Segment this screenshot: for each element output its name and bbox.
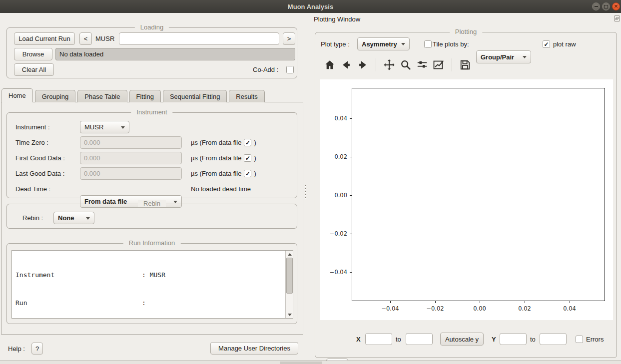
x-tick <box>435 301 436 303</box>
tile-plots-by-combobox[interactable]: Group/Pair <box>476 50 531 63</box>
titlebar: Muon Analysis ✕ <box>0 0 621 13</box>
x-to-label: to <box>396 333 401 346</box>
clear-all-button[interactable]: Clear All <box>14 63 54 76</box>
plot-canvas[interactable]: 0.04 0.02 0.00 −0.02 −0.04 −0.04 −0.02 0… <box>320 79 613 320</box>
bottom-scrollbar-thumb[interactable] <box>280 362 322 364</box>
x-tick <box>390 301 391 303</box>
y-tick-label: 0.02 <box>325 153 347 160</box>
checkmark-icon: ✓ <box>544 41 549 47</box>
y-tick-label: 0.04 <box>325 115 347 122</box>
minimize-button[interactable] <box>592 2 600 10</box>
x-tick <box>525 301 525 303</box>
bottom-scrollbar[interactable] <box>0 361 621 364</box>
last-good-data-input[interactable]: 0.000 <box>80 167 182 180</box>
last-good-from-file-checkbox[interactable]: ✓ <box>244 170 251 177</box>
y-tick-label: 0.00 <box>325 192 347 199</box>
y-from-input[interactable] <box>500 333 527 345</box>
help-button[interactable]: ? <box>31 343 43 355</box>
x-range-label: X <box>356 333 361 346</box>
save-icon[interactable] <box>459 58 472 71</box>
tab-phase-table[interactable]: Phase Table <box>77 90 127 102</box>
errors-label: Errors <box>586 333 604 346</box>
plotting-window-dock-title: Plotting Window <box>314 15 360 23</box>
scroll-down-button[interactable] <box>286 311 293 318</box>
time-zero-input[interactable]: 0.000 <box>80 136 182 149</box>
plot-type-combobox[interactable]: Asymmetry <box>357 37 410 50</box>
close-button[interactable]: ✕ <box>612 2 620 10</box>
float-dock-icon[interactable] <box>614 15 620 21</box>
subplots-icon[interactable] <box>416 58 429 71</box>
y-tick-label: −0.04 <box>325 269 347 276</box>
y-to-input[interactable] <box>540 333 567 345</box>
x-to-input[interactable] <box>406 333 433 345</box>
tab-sequential-fitting[interactable]: Sequential Fitting <box>163 90 227 102</box>
customize-icon[interactable] <box>432 58 445 71</box>
chevron-down-icon <box>121 126 125 129</box>
instrument-combobox[interactable]: MUSR <box>80 121 129 133</box>
x-tick <box>570 301 570 303</box>
tab-fitting[interactable]: Fitting <box>129 90 161 102</box>
help-label: Help : <box>8 343 25 355</box>
co-add-label: Co-Add : <box>253 63 278 76</box>
co-add-checkbox[interactable] <box>286 66 294 73</box>
tile-plots-checkbox[interactable] <box>424 40 432 48</box>
load-current-run-button[interactable]: Load Current Run <box>14 32 75 45</box>
first-good-from-file-checkbox[interactable]: ✓ <box>244 154 251 162</box>
last-good-data-label: Last Good Data : <box>15 167 64 180</box>
y-tick-label: −0.02 <box>325 230 347 237</box>
pan-icon[interactable] <box>383 58 396 71</box>
time-zero-from-file-checkbox[interactable]: ✓ <box>244 139 251 146</box>
manage-user-directories-button[interactable]: Manage User Directories <box>210 342 298 355</box>
maximize-icon <box>604 5 608 8</box>
y-to-label: to <box>530 333 536 346</box>
tab-results[interactable]: Results <box>229 90 264 102</box>
errors-checkbox[interactable] <box>576 336 583 343</box>
close-icon: ✕ <box>614 4 618 9</box>
back-icon[interactable] <box>340 58 353 71</box>
scrollbar-thumb[interactable] <box>286 258 293 294</box>
y-tick <box>350 118 352 119</box>
run-info-line: Instrument: MUSR <box>15 271 293 280</box>
last-good-unit-text: µs (From data file <box>191 170 241 177</box>
tab-bar: Home Grouping Phase Table Fitting Sequen… <box>1 88 267 102</box>
plot-raw-checkbox[interactable]: ✓ <box>543 40 550 48</box>
x-tick-label: 0.04 <box>557 305 582 312</box>
next-run-button[interactable]: > <box>283 32 295 45</box>
splitter-handle[interactable] <box>305 183 306 200</box>
x-tick <box>480 301 480 303</box>
home-icon[interactable] <box>323 58 336 71</box>
instrument-group-label: Instrument <box>131 108 172 116</box>
last-good-data-unit: µs (From data file ✓ ) <box>191 167 256 180</box>
tab-grouping[interactable]: Grouping <box>35 90 75 102</box>
time-zero-unit-close: ) <box>254 139 256 146</box>
forward-icon[interactable] <box>356 58 369 71</box>
instrument-label: Instrument : <box>15 121 50 133</box>
time-zero-unit-text: µs (From data file <box>191 139 241 146</box>
rebin-combobox[interactable]: None <box>53 212 94 224</box>
x-tick-label: −0.04 <box>378 305 403 312</box>
x-from-input[interactable] <box>365 333 392 345</box>
maximize-button[interactable] <box>602 2 610 10</box>
load-status-field: No data loaded <box>55 48 295 60</box>
run-information-textarea[interactable]: Instrument: MUSR Run: Title: Log not fou… <box>11 250 293 319</box>
browse-button[interactable]: Browse <box>14 48 52 60</box>
dead-time-label: Dead Time : <box>15 183 50 195</box>
tab-home[interactable]: Home <box>1 88 33 102</box>
previous-run-button[interactable]: < <box>79 32 92 45</box>
last-good-unit-close: ) <box>254 170 256 177</box>
y-range-label: Y <box>492 333 496 346</box>
run-info-scrollbar[interactable] <box>285 251 293 318</box>
plot-toolbar <box>323 58 472 72</box>
y-tick <box>350 195 352 196</box>
first-good-data-unit: µs (From data file ✓ ) <box>191 152 256 164</box>
time-zero-unit: µs (From data file ✓ ) <box>191 136 256 149</box>
first-good-data-input[interactable]: 0.000 <box>80 152 182 164</box>
scroll-up-button[interactable] <box>286 251 293 258</box>
first-good-unit-close: ) <box>254 154 256 162</box>
zoom-icon[interactable] <box>399 58 412 71</box>
muon-analysis-window: Muon Analysis ✕ Loading Load Current Run… <box>0 0 621 364</box>
autoscale-y-button[interactable]: Autoscale y <box>440 333 484 346</box>
run-number-input[interactable] <box>119 32 279 45</box>
y-tick <box>350 272 352 273</box>
y-tick <box>350 157 352 157</box>
